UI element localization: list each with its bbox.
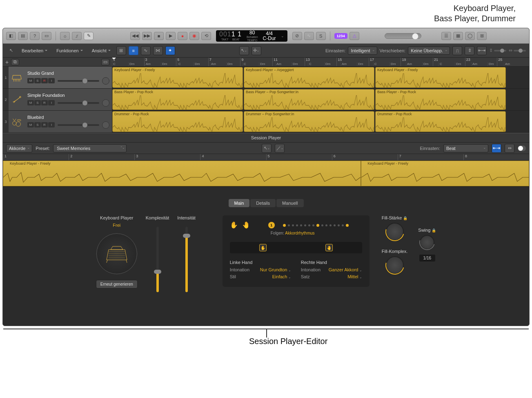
track-header[interactable]: 1 Studio Grand M S R I — [3, 67, 112, 89]
functions-menu[interactable]: Funktionen — [53, 47, 86, 55]
replace-icon[interactable]: ⟲ — [201, 32, 211, 40]
region[interactable]: Bass Player - Pop Rock — [112, 89, 243, 110]
track-lane[interactable]: Keyboard Player - FreelyKeyboard Player … — [112, 67, 529, 89]
lock-icon[interactable]: 🔒 — [432, 228, 436, 233]
solo-icon[interactable]: ∿ — [304, 32, 314, 40]
volume-slider[interactable] — [58, 102, 99, 104]
snap-select[interactable]: Intelligent — [348, 47, 377, 55]
pan-knob[interactable] — [102, 77, 109, 85]
tab-manual[interactable]: Manuell — [276, 199, 304, 207]
right-hand-strip-icon[interactable]: 🤚 — [325, 244, 333, 251]
view-menu[interactable]: Ansicht — [89, 47, 114, 55]
loops-icon[interactable]: ◯ — [465, 32, 475, 40]
timeline-ruler[interactable]: 135791113151719212325CDmAmDmCDmAmDmCDmAm… — [112, 58, 529, 67]
edit-menu[interactable]: Bearbeiten — [18, 47, 51, 55]
waveform-zoom-icon[interactable]: ⎍ — [452, 46, 462, 55]
automation-icon[interactable]: ∿ — [141, 46, 151, 55]
pointer-tool-icon[interactable]: ↖⌄ — [262, 144, 272, 153]
notes-icon[interactable]: ▦ — [453, 32, 463, 40]
browser-icon[interactable]: ⊞ — [477, 32, 487, 40]
left-style-select[interactable]: Einfach — [272, 274, 291, 279]
region[interactable]: Drummer – Pop Songwriter:in — [244, 111, 374, 132]
player-avatar[interactable] — [96, 233, 137, 274]
complexity-slider[interactable] — [156, 227, 159, 292]
ai-icon[interactable]: ✦ — [165, 46, 175, 55]
zoom-fit-icon[interactable]: ⇔ — [505, 144, 514, 153]
editor-region[interactable]: Keyboard Player - Freely — [3, 161, 361, 186]
pencil-tool-icon[interactable]: ／⌄ — [275, 144, 285, 153]
editor-region[interactable]: Keyboard Player - Freely — [361, 161, 529, 186]
tuner-icon[interactable]: ⊘ — [292, 32, 302, 40]
tab-main[interactable]: Main — [229, 199, 250, 207]
volume-slider[interactable] — [58, 124, 99, 126]
mute-button[interactable]: M — [27, 122, 34, 127]
forward-icon[interactable]: ▶▶ — [142, 32, 152, 40]
swing-value[interactable]: 1/16 — [419, 255, 435, 262]
mute-button[interactable]: M — [27, 78, 34, 83]
record-enable-button[interactable]: R — [41, 100, 48, 105]
fill-complex-knob[interactable] — [386, 256, 404, 274]
marquee-tool-icon[interactable]: ✢⌄ — [252, 46, 261, 55]
editor-ruler[interactable]: 12345678 — [3, 154, 529, 161]
player-style-label[interactable]: Frei — [113, 223, 120, 228]
move-select[interactable]: Keine Überlapp. — [408, 47, 450, 55]
rewind-icon[interactable]: ◀◀ — [130, 32, 140, 40]
region[interactable]: Drummer - Pop Rock — [112, 111, 243, 132]
track-lane[interactable]: Bass Player - Pop RockBass Player – Pop … — [112, 89, 529, 111]
back-icon[interactable]: ↖ — [6, 46, 16, 55]
regenerate-button[interactable]: Erneut generieren — [96, 280, 138, 288]
solo-button[interactable]: S — [34, 122, 41, 127]
solo-button[interactable]: S — [34, 100, 41, 105]
cycle-icon[interactable]: ◉ — [189, 32, 199, 40]
region[interactable]: Drummer - Pop Rock — [375, 111, 506, 132]
vzoom-icon[interactable]: ⇕ — [465, 46, 474, 55]
library-icon[interactable]: ◧ — [6, 32, 16, 40]
mixer-icon[interactable]: ⎎ — [72, 32, 82, 40]
left-hand-icon[interactable]: ✋ — [230, 221, 238, 229]
record-enable-button[interactable]: R — [41, 78, 48, 83]
follow-toggle[interactable] — [518, 145, 526, 151]
help-icon[interactable]: ? — [30, 32, 40, 40]
fill-strength-knob[interactable] — [386, 223, 404, 241]
pan-knob[interactable] — [102, 99, 109, 107]
input-monitor-button[interactable]: I — [48, 122, 55, 127]
region[interactable]: Keyboard Player - Freely — [112, 67, 243, 88]
hand-timing-strip[interactable]: ✋ 🤚 — [230, 242, 362, 253]
editor-region-lane[interactable]: Keyboard Player - Freely Keyboard Player… — [3, 161, 529, 187]
beat-pattern[interactable] — [283, 224, 349, 227]
region[interactable]: Keyboard Player - Freely — [375, 67, 506, 88]
sync-icon[interactable]: S — [316, 32, 326, 40]
right-phrase-select[interactable]: Mittel — [347, 274, 362, 279]
stop-icon[interactable]: ■ — [154, 32, 164, 40]
link-icon[interactable]: ⇤⇥ — [492, 144, 501, 153]
region[interactable]: Keyboard Player – Arpeggiert — [244, 67, 374, 88]
track-header[interactable]: 2 Simple Foundation M S R I — [3, 89, 112, 111]
tab-details[interactable]: Details — [250, 199, 276, 207]
volume-slider[interactable] — [58, 80, 99, 82]
track-lane[interactable]: Drummer - Pop RockDrummer – Pop Songwrit… — [112, 111, 529, 133]
add-track-button[interactable]: + — [5, 59, 9, 65]
left-hand-strip-icon[interactable]: ✋ — [259, 244, 267, 251]
record-icon[interactable]: ● — [178, 32, 187, 40]
pointer-tool-icon[interactable]: ↖⌄ — [239, 46, 249, 55]
track-header[interactable]: 3 Bluebird M S R I — [3, 111, 112, 133]
input-monitor-button[interactable]: I — [48, 100, 55, 105]
right-hand-icon[interactable]: 🤚 — [242, 221, 250, 229]
record-enable-button[interactable]: R — [41, 122, 48, 127]
toolbar-icon[interactable]: ▭ — [42, 32, 51, 40]
swing-knob[interactable] — [420, 235, 434, 250]
edit-tool-icon[interactable]: ✎ — [84, 32, 93, 40]
inspector-icon[interactable]: ▤ — [18, 32, 28, 40]
list-view-icon[interactable]: ☰ — [441, 32, 451, 40]
lock-icon[interactable]: 🔒 — [403, 216, 407, 220]
mute-button[interactable]: M — [27, 100, 34, 105]
left-intonation-select[interactable]: Nur Grundton — [260, 267, 291, 272]
editor-snap-select[interactable]: Beat — [443, 144, 488, 152]
duplicate-track-icon[interactable]: ⧉ — [11, 59, 19, 65]
timeline-area[interactable]: 135791113151719212325CDmAmDmCDmAmDmCDmAm… — [112, 58, 529, 133]
grid-icon[interactable]: ⊞ — [116, 46, 126, 55]
beat-one-badge[interactable]: 1 — [268, 222, 275, 228]
region[interactable]: Bass Player – Pop Songwriter:in — [244, 89, 374, 110]
region[interactable]: Bass Player - Pop Rock — [375, 89, 506, 110]
pan-knob[interactable] — [102, 121, 109, 129]
